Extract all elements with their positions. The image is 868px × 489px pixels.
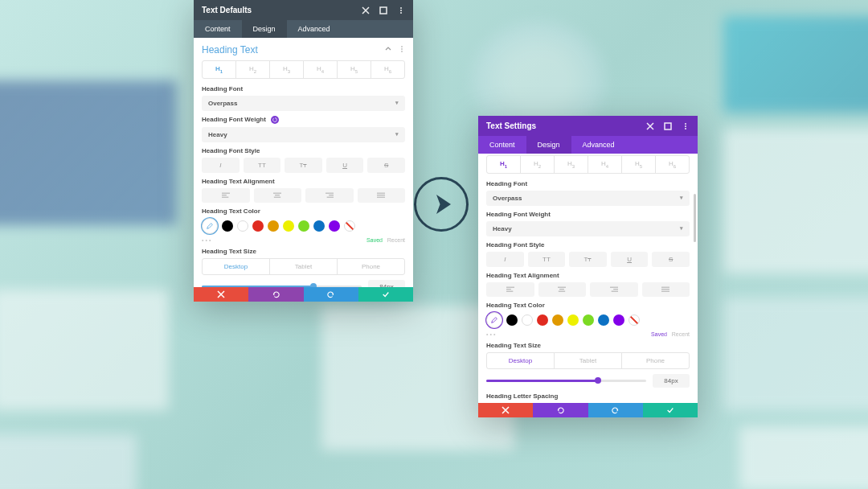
align-justify-button[interactable] — [358, 188, 406, 203]
device-phone[interactable]: Phone — [338, 259, 404, 274]
tab-design[interactable]: Design — [526, 136, 571, 154]
panel-header[interactable]: Text Defaults — [194, 0, 413, 20]
device-desktop[interactable]: Desktop — [203, 259, 270, 274]
size-value[interactable]: 84px — [368, 280, 405, 287]
color-swatch-white[interactable] — [237, 220, 248, 232]
scrollbar[interactable] — [694, 194, 696, 242]
underline-button[interactable]: U — [611, 252, 649, 267]
h4-tab[interactable]: H4 — [304, 61, 338, 78]
tab-design[interactable]: Design — [242, 20, 287, 38]
weight-select[interactable]: Heavy▾ — [202, 127, 405, 142]
color-swatch-black[interactable] — [222, 220, 233, 232]
color-picker-button[interactable] — [202, 218, 218, 234]
color-more-icon[interactable]: ••• — [202, 237, 212, 243]
redo-button[interactable] — [588, 403, 643, 417]
cancel-button[interactable] — [478, 403, 533, 417]
color-swatch-yellow[interactable] — [283, 220, 294, 232]
color-swatch-yellow[interactable] — [567, 314, 579, 326]
color-swatch-transparent[interactable] — [344, 220, 355, 232]
smallcaps-button[interactable]: Tᴛ — [285, 158, 322, 173]
uppercase-button[interactable]: TT — [244, 158, 281, 173]
align-right-button[interactable] — [590, 282, 638, 297]
device-tablet[interactable]: Tablet — [555, 353, 622, 368]
align-left-button[interactable] — [486, 282, 534, 297]
h5-tab[interactable]: H5 — [338, 61, 371, 78]
color-swatch-orange[interactable] — [268, 220, 279, 232]
tab-advanced[interactable]: Advanced — [287, 20, 342, 38]
tab-content[interactable]: Content — [478, 136, 526, 154]
device-phone[interactable]: Phone — [622, 353, 689, 368]
color-swatch-blue[interactable] — [313, 220, 325, 232]
smallcaps-button[interactable]: Tᴛ — [569, 252, 607, 267]
close-icon[interactable] — [362, 6, 370, 14]
italic-button[interactable]: I — [202, 158, 240, 173]
color-swatch-purple[interactable] — [329, 220, 340, 232]
expand-icon[interactable] — [664, 122, 672, 130]
undo-button[interactable] — [533, 403, 588, 417]
color-swatch-green[interactable] — [298, 220, 309, 232]
svg-rect-31 — [611, 290, 617, 291]
size-slider[interactable] — [486, 380, 646, 382]
expand-icon[interactable] — [379, 6, 387, 14]
font-select[interactable]: Overpass▾ — [486, 191, 690, 206]
italic-button[interactable]: I — [486, 252, 524, 267]
h6-tab[interactable]: H6 — [371, 61, 404, 78]
color-more-icon[interactable]: ••• — [486, 331, 497, 337]
color-swatch-red[interactable] — [252, 220, 264, 232]
h3-tab[interactable]: H3 — [555, 156, 588, 173]
h3-tab[interactable]: H3 — [270, 61, 304, 78]
uppercase-button[interactable]: TT — [528, 252, 566, 267]
recent-colors-tab[interactable]: Recent — [672, 331, 690, 337]
saved-colors-tab[interactable]: Saved — [366, 237, 383, 243]
h1-tab[interactable]: H1 — [487, 156, 521, 173]
h1-tab[interactable]: H1 — [203, 61, 236, 78]
size-value[interactable]: 84px — [653, 374, 690, 388]
color-swatch-black[interactable] — [506, 314, 518, 326]
save-button[interactable] — [358, 287, 413, 302]
h2-tab[interactable]: H2 — [236, 61, 270, 78]
color-swatch-white[interactable] — [522, 314, 533, 326]
h4-tab[interactable]: H4 — [588, 156, 622, 173]
color-swatch-purple[interactable] — [613, 314, 624, 326]
color-swatch-transparent[interactable] — [628, 314, 640, 326]
align-center-button[interactable] — [538, 282, 587, 297]
h2-tab[interactable]: H2 — [521, 156, 555, 173]
color-swatch-green[interactable] — [583, 314, 594, 326]
weight-select[interactable]: Heavy▾ — [486, 221, 690, 236]
align-center-button[interactable] — [254, 188, 302, 203]
tab-content[interactable]: Content — [194, 20, 242, 38]
reset-icon[interactable] — [271, 116, 279, 124]
more-icon[interactable] — [682, 122, 690, 130]
cancel-button[interactable] — [194, 287, 248, 302]
panel-tabs: Content Design Advanced — [478, 136, 698, 154]
section-more-icon[interactable] — [399, 45, 405, 55]
strikethrough-button[interactable]: S — [367, 158, 405, 173]
h6-tab[interactable]: H6 — [656, 156, 689, 173]
color-swatch-blue[interactable] — [598, 314, 609, 326]
close-icon[interactable] — [646, 122, 654, 130]
tab-advanced[interactable]: Advanced — [571, 136, 626, 154]
h5-tab[interactable]: H5 — [622, 156, 656, 173]
size-slider[interactable] — [202, 286, 362, 287]
redo-button[interactable] — [304, 287, 358, 302]
color-swatch-orange[interactable] — [552, 314, 563, 326]
recent-colors-tab[interactable]: Recent — [387, 237, 405, 243]
section-heading-text[interactable]: Heading Text — [202, 44, 258, 55]
color-swatch-red[interactable] — [537, 314, 548, 326]
align-left-button[interactable] — [202, 188, 250, 203]
underline-button[interactable]: U — [326, 158, 364, 173]
save-button[interactable] — [643, 403, 698, 417]
align-justify-button[interactable] — [642, 282, 690, 297]
color-picker-button[interactable] — [486, 312, 502, 328]
device-desktop[interactable]: Desktop — [487, 353, 555, 368]
align-right-button[interactable] — [305, 188, 354, 203]
more-icon[interactable] — [397, 6, 405, 14]
undo-button[interactable] — [248, 287, 303, 302]
saved-colors-tab[interactable]: Saved — [651, 331, 667, 337]
strikethrough-button[interactable]: S — [652, 252, 690, 267]
device-tablet[interactable]: Tablet — [270, 259, 338, 274]
collapse-icon[interactable] — [384, 45, 392, 55]
font-select[interactable]: Overpass▾ — [202, 96, 405, 111]
panel-header[interactable]: Text Settings — [478, 116, 698, 136]
align-label: Heading Text Alignment — [202, 178, 405, 185]
